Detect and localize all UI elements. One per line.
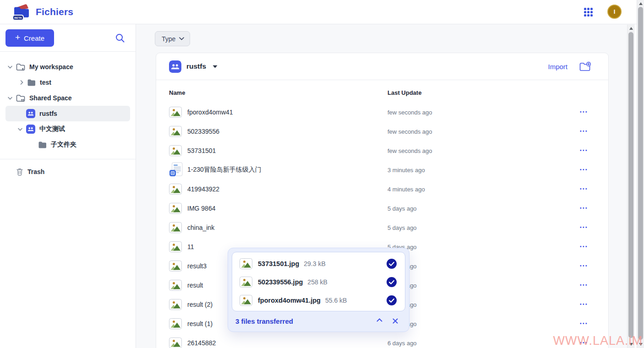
sidebar-create-row: + Create (0, 24, 136, 52)
file-last-update: 6 days ago (387, 282, 579, 289)
file-last-update: 5 days ago (387, 205, 579, 212)
row-menu-button[interactable]: ••• (579, 264, 589, 268)
sidebar-item-rustfs[interactable]: rustfs (5, 106, 130, 121)
row-menu-button[interactable]: ••• (579, 321, 589, 326)
transfer-popup-footer: 3 files transferred (228, 310, 409, 332)
transfer-item: 502339556.jpg 258 kB (232, 273, 405, 291)
collapse-popup-button[interactable] (377, 318, 382, 324)
table-row[interactable]: 502339556 few seconds ago ••• (156, 122, 608, 141)
workspace-folder-icon (16, 63, 25, 71)
chevron-right-icon[interactable] (19, 80, 24, 85)
file-last-update: few seconds ago (387, 128, 579, 135)
scroll-down-arrow[interactable] (637, 341, 644, 348)
sidebar-item-label: rustfs (39, 110, 57, 117)
column-header-name: Name (169, 89, 387, 96)
table-row[interactable]: china_ink 5 days ago ••• (156, 218, 608, 237)
table-header: Name Last Update (156, 80, 608, 103)
table-row[interactable]: IMG 9864 5 days ago ••• (156, 199, 608, 218)
scroll-down-arrow[interactable] (628, 341, 635, 348)
row-menu-button[interactable]: ••• (579, 283, 589, 288)
folder-icon (38, 141, 47, 148)
file-last-update: 3 minutes ago (387, 167, 579, 174)
scroll-up-arrow[interactable] (628, 25, 635, 32)
table-row[interactable]: 26145882 6 days ago ••• (156, 333, 608, 348)
chevron-down-icon[interactable] (17, 126, 23, 132)
sidebar-item-label: Trash (27, 168, 44, 175)
row-menu-button[interactable]: ••• (579, 206, 589, 211)
folder-plus-icon[interactable] (579, 62, 591, 71)
document-file-icon (169, 162, 183, 178)
row-menu-button[interactable]: ••• (579, 148, 589, 153)
file-last-update: 5 days ago (387, 224, 579, 231)
page-scrollbar[interactable] (637, 0, 644, 348)
column-header-last-update: Last Update (387, 89, 589, 96)
table-row[interactable]: 419943922 4 minutes ago ••• (156, 179, 608, 199)
transfer-file-size: 258 kB (307, 278, 327, 286)
sidebar-item-label: Shared Space (29, 94, 72, 102)
row-menu-button[interactable]: ••• (579, 129, 589, 134)
image-file-icon (240, 258, 252, 269)
sidebar-item-trash[interactable]: Trash (0, 164, 136, 179)
user-avatar[interactable]: I (607, 5, 622, 19)
table-row[interactable]: 53731501 few seconds ago ••• (156, 141, 608, 160)
sidebar-item-shared-space[interactable]: Shared Space (0, 90, 136, 106)
image-file-icon (169, 203, 182, 214)
close-icon (393, 318, 398, 324)
chevron-down-icon[interactable] (7, 64, 13, 70)
row-menu-button[interactable]: ••• (579, 187, 589, 191)
table-row[interactable]: fporoxd4omw41 few seconds ago ••• (156, 103, 608, 122)
sidebar-item-test[interactable]: test (0, 75, 136, 90)
check-circle-icon (387, 277, 397, 287)
workspace-caret-icon[interactable] (213, 65, 218, 68)
shared-workspace-icon (26, 109, 35, 118)
trash-icon (16, 168, 23, 176)
scrollbar-thumb[interactable] (628, 32, 633, 338)
sidebar-item-label: 子文件夹 (51, 141, 76, 149)
app-logo[interactable]: BETA Fichiers (11, 2, 73, 21)
transfer-file-name: 502339556.jpg (258, 278, 303, 286)
image-file-icon (169, 222, 182, 233)
file-name: 502339556 (187, 128, 387, 135)
sidebar: + Create My workspace (0, 24, 136, 348)
image-file-icon (169, 126, 182, 137)
transfer-popup: 53731501.jpg 29.3 kB 502339556.jpg 258 k… (228, 248, 409, 332)
content-scrollbar[interactable] (627, 25, 634, 348)
file-last-update: 6 days ago (387, 340, 579, 347)
plus-icon: + (15, 33, 20, 43)
row-menu-button[interactable]: ••• (579, 245, 589, 249)
scrollbar-thumb[interactable] (638, 7, 643, 340)
shared-workspace-icon (26, 125, 35, 134)
sidebar-item-chinese-workspace[interactable]: 中文测试 (0, 121, 136, 137)
close-popup-button[interactable] (393, 318, 398, 324)
app-title: Fichiers (36, 6, 73, 17)
image-file-icon (169, 280, 182, 291)
file-name: 53731501 (187, 147, 387, 154)
shared-workspace-icon (169, 60, 181, 73)
type-filter-dropdown[interactable]: Type (155, 31, 190, 46)
transfer-list: 53731501.jpg 29.3 kB 502339556.jpg 258 k… (232, 252, 405, 311)
table-row[interactable]: 1-230冒险岛新手练级入门 3 minutes ago ••• (156, 160, 608, 179)
shared-folder-icon (16, 94, 25, 102)
check-circle-icon (387, 259, 397, 269)
sidebar-item-my-workspace[interactable]: My workspace (0, 59, 136, 75)
file-last-update: 4 minutes ago (387, 186, 579, 193)
apps-grid-icon[interactable] (584, 8, 593, 16)
scroll-up-arrow[interactable] (637, 0, 644, 7)
file-last-update: 6 days ago (387, 301, 579, 308)
folder-icon (27, 79, 36, 86)
row-menu-button[interactable]: ••• (579, 302, 589, 307)
import-link[interactable]: Import (548, 63, 568, 71)
row-menu-button[interactable]: ••• (579, 168, 589, 172)
chevron-up-icon (377, 318, 382, 322)
row-menu-button[interactable]: ••• (579, 110, 589, 114)
search-button[interactable] (115, 33, 126, 44)
row-menu-button[interactable]: ••• (579, 341, 589, 345)
transfer-file-size: 55.6 kB (325, 297, 347, 304)
file-name: 419943922 (187, 185, 387, 193)
create-button[interactable]: + Create (5, 29, 54, 47)
sidebar-item-subfolder[interactable]: 子文件夹 (0, 137, 136, 152)
chevron-down-icon[interactable] (7, 95, 13, 101)
row-menu-button[interactable]: ••• (579, 225, 589, 230)
transfer-file-size: 29.3 kB (304, 260, 325, 267)
image-file-icon (169, 107, 182, 118)
